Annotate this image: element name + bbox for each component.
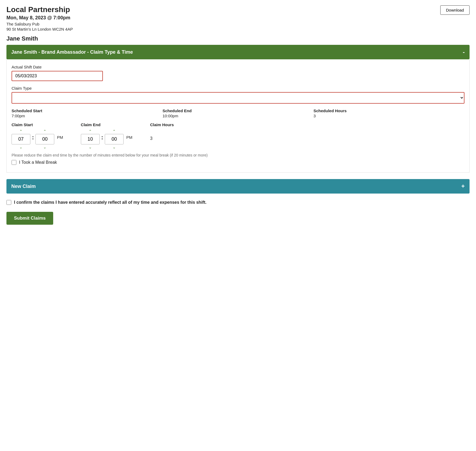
claim-hours-col: Claim Hours 3 — [150, 122, 174, 141]
claim-start-picker: Claim Start ⌃ ⌄ : ⌃ ⌄ PM — [12, 122, 65, 150]
claim-end-min-wrap: ⌃ ⌄ — [105, 129, 124, 150]
scheduled-end-label: Scheduled End — [163, 108, 313, 113]
claim-hours-value: 3 — [150, 129, 174, 141]
claim-time-grid: Claim Start ⌃ ⌄ : ⌃ ⌄ PM — [12, 122, 464, 150]
confirm-label[interactable]: I confirm the claims I have entered accu… — [14, 200, 207, 205]
claim-end-hour-up[interactable]: ⌃ — [86, 129, 94, 134]
claim-type-label: Claim Type — [12, 86, 464, 90]
scheduled-start-value: 7:00pm — [12, 114, 163, 118]
meal-break-note: Please reduce the claim end time by the … — [12, 153, 464, 157]
new-claim-title: New Claim — [11, 184, 36, 189]
meal-break-label[interactable]: I Took a Meal Break — [19, 160, 57, 165]
claim-end-hour-down[interactable]: ⌄ — [86, 144, 94, 150]
claim-start-min-down[interactable]: ⌄ — [41, 144, 49, 150]
actual-shift-date-group: Actual Shift Date — [12, 65, 464, 81]
claim-start-controls: ⌃ ⌄ : ⌃ ⌄ PM — [12, 129, 65, 150]
scheduled-row: Scheduled Start 7:00pm Scheduled End 10:… — [12, 108, 464, 118]
scheduled-hours-item: Scheduled Hours 3 — [313, 108, 464, 118]
claim-start-label: Claim Start — [12, 122, 65, 127]
claim-section: Jane Smith - Brand Ambassador - Claim Ty… — [6, 45, 470, 173]
claim-start-hour-up[interactable]: ⌃ — [17, 129, 25, 134]
claim-section-header[interactable]: Jane Smith - Brand Ambassador - Claim Ty… — [6, 45, 470, 59]
claim-start-min-up[interactable]: ⌃ — [41, 129, 49, 134]
actual-shift-date-label: Actual Shift Date — [12, 65, 464, 69]
claim-section-toggle[interactable]: - — [463, 49, 465, 56]
claim-type-group: Claim Type — [12, 86, 464, 104]
new-claim-toggle[interactable]: + — [461, 183, 465, 190]
claim-section-title: Jane Smith - Brand Ambassador - Claim Ty… — [11, 49, 133, 55]
claim-end-ampm: PM — [125, 135, 134, 140]
page-header: Local Partnership Mon, May 8, 2023 @ 7:0… — [6, 5, 470, 31]
claim-form-body: Actual Shift Date Claim Type Scheduled S… — [6, 59, 470, 173]
claim-end-label: Claim End — [81, 122, 134, 127]
scheduled-end-value: 10:00pm — [163, 114, 313, 118]
claim-end-min-down[interactable]: ⌄ — [110, 144, 118, 150]
claim-start-hour-wrap: ⌃ ⌄ — [12, 129, 30, 150]
scheduled-hours-label: Scheduled Hours — [313, 108, 464, 113]
scheduled-end-item: Scheduled End 10:00pm — [163, 108, 313, 118]
claim-hours-label: Claim Hours — [150, 122, 174, 127]
claim-end-min-input[interactable] — [105, 134, 124, 144]
claim-start-min-input[interactable] — [35, 134, 54, 144]
claim-end-picker: Claim End ⌃ ⌄ : ⌃ ⌄ PM — [81, 122, 134, 150]
actual-shift-date-input[interactable] — [12, 71, 103, 81]
claim-type-select[interactable] — [12, 92, 464, 104]
scheduled-hours-value: 3 — [313, 114, 464, 118]
claim-start-hour-down[interactable]: ⌄ — [17, 144, 25, 150]
claim-start-colon: : — [31, 134, 34, 141]
page-title: Local Partnership — [6, 5, 73, 14]
claim-end-hour-input[interactable] — [81, 134, 100, 144]
claim-start-min-wrap: ⌃ ⌄ — [35, 129, 54, 150]
event-date: Mon, May 8, 2023 @ 7:00pm — [6, 15, 73, 21]
new-claim-header[interactable]: New Claim + — [6, 179, 470, 194]
claim-end-colon: : — [101, 134, 104, 141]
person-name: Jane Smith — [6, 35, 470, 42]
new-claim-section: New Claim + — [6, 179, 470, 194]
confirm-section: I confirm the claims I have entered accu… — [6, 200, 470, 205]
download-button[interactable]: Download — [440, 5, 470, 15]
submit-button[interactable]: Submit Claims — [6, 212, 53, 225]
venue-address: 90 St Martin's Ln London WC2N 4AP — [6, 27, 73, 31]
claim-end-hour-wrap: ⌃ ⌄ — [81, 129, 100, 150]
scheduled-start-item: Scheduled Start 7:00pm — [12, 108, 163, 118]
scheduled-start-label: Scheduled Start — [12, 108, 163, 113]
claim-start-ampm: PM — [55, 135, 65, 140]
title-block: Local Partnership Mon, May 8, 2023 @ 7:0… — [6, 5, 73, 31]
venue-name: The Salisbury Pub — [6, 22, 73, 26]
claim-start-hour-input[interactable] — [12, 134, 30, 144]
confirm-checkbox-row: I confirm the claims I have entered accu… — [6, 200, 470, 205]
claim-end-min-up[interactable]: ⌃ — [110, 129, 118, 134]
confirm-checkbox[interactable] — [6, 200, 11, 205]
meal-break-checkbox-row: I Took a Meal Break — [12, 160, 464, 165]
claim-end-controls: ⌃ ⌄ : ⌃ ⌄ PM — [81, 129, 134, 150]
meal-break-checkbox[interactable] — [12, 160, 16, 165]
